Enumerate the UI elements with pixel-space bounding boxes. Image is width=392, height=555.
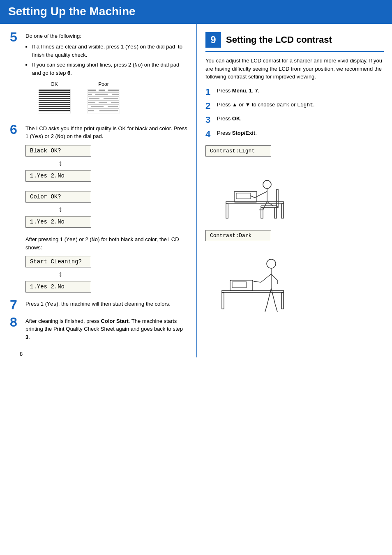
step-6-content: The LCD asks you if the print quality is… [25, 124, 188, 294]
svg-rect-23 [88, 100, 119, 101]
svg-rect-8 [39, 104, 70, 105]
svg-rect-4 [39, 96, 70, 97]
quality-ok-label: OK [38, 81, 71, 87]
step-5-bullets: If all lines are clear and visible, pres… [25, 43, 188, 77]
step-8-number: 8 [10, 315, 25, 329]
svg-rect-13 [88, 90, 96, 91]
section-9-steps: 1 Press Menu, 1, 7. 2 Press ▲ or ▼ to ch… [205, 87, 384, 140]
start-cleaning-sequence: Start Cleaning? ↕ 1.Yes 2.No [25, 254, 188, 294]
step-7: 7 Press 1 (Yes), the machine will then s… [10, 300, 188, 311]
lcd-yes-no-2: 1.Yes 2.No [25, 216, 91, 228]
print-poor-image [87, 89, 120, 113]
right-column: 9 Setting the LCD contrast You can adjus… [197, 24, 392, 357]
step-5-content: Do one of the following: If all lines ar… [25, 32, 188, 119]
svg-rect-6 [39, 100, 70, 101]
svg-rect-1 [39, 90, 70, 91]
section-9-number: 9 [205, 32, 221, 48]
step-8-content: After cleaning is finished, press Color … [25, 317, 188, 344]
arrow-2: ↕ [25, 205, 95, 214]
svg-rect-16 [88, 92, 119, 93]
svg-rect-22 [104, 98, 118, 99]
svg-rect-3 [39, 94, 70, 95]
svg-point-42 [263, 180, 271, 189]
lcd-contrast-light: Contrast:Light [205, 145, 271, 157]
svg-rect-30 [88, 108, 119, 109]
quality-ok: OK [38, 81, 71, 115]
step-7-number: 7 [10, 298, 25, 311]
svg-point-54 [267, 259, 276, 268]
step-5-bullet-2: If you can see missing short lines, pres… [25, 61, 188, 77]
step-8-text: After cleaning is finished, press Color … [25, 317, 188, 341]
page-number: 8 [10, 351, 392, 361]
svg-rect-28 [91, 106, 104, 107]
svg-rect-40 [261, 208, 263, 218]
svg-rect-29 [108, 106, 118, 107]
section-9-step-1-number: 1 [205, 87, 217, 97]
svg-line-61 [265, 305, 267, 312]
svg-line-60 [267, 288, 271, 305]
contrast-light-section: Contrast:Light [205, 144, 384, 224]
svg-rect-25 [99, 102, 107, 103]
section-9-step-4: 4 Press Stop/Exit. [205, 129, 384, 140]
svg-rect-53 [232, 282, 247, 288]
color-ok-sequence: Color OK? ↕ 1.Yes 2.No [25, 189, 188, 229]
svg-line-58 [271, 274, 277, 280]
person-light-figure [214, 161, 296, 224]
step-5-intro: Do one of the following: [25, 32, 188, 40]
section-9-step-1-content: Press Menu, 1, 7. [217, 87, 384, 97]
left-column: 5 Do one of the following: If all lines … [0, 24, 197, 357]
section-9-step-3-number: 3 [205, 115, 217, 125]
step-6-number: 6 [10, 123, 25, 136]
svg-rect-21 [89, 98, 99, 99]
section-9-header: 9 Setting the LCD contrast [205, 32, 384, 52]
arrow-1: ↕ [25, 159, 95, 168]
person-dark-figure [214, 245, 296, 317]
section-9-intro: You can adjust the LCD conrast for a sha… [205, 57, 384, 81]
svg-line-56 [261, 274, 271, 282]
section-9-step-4-content: Press Stop/Exit. [217, 129, 384, 140]
lcd-black-ok: Black OK? [25, 145, 91, 157]
svg-rect-10 [39, 108, 70, 109]
svg-rect-35 [281, 204, 284, 218]
section-9-step-3-content: Press OK. [217, 115, 384, 125]
contrast-dark-section: Contrast:Dark [205, 228, 384, 317]
section-9-step-2-number: 2 [205, 101, 217, 111]
svg-rect-11 [39, 110, 70, 111]
svg-line-62 [271, 288, 275, 305]
svg-rect-5 [39, 98, 70, 99]
black-ok-sequence: Black OK? ↕ 1.Yes 2.No [25, 143, 188, 183]
lcd-yes-no-1: 1.Yes 2.No [25, 170, 91, 182]
arrow-3: ↕ [25, 270, 95, 279]
section-9-step-2: 2 Press ▲ or ▼ to choose Dark or Light. [205, 101, 384, 112]
svg-rect-27 [88, 104, 119, 105]
svg-rect-9 [39, 106, 70, 107]
svg-rect-41 [274, 208, 277, 218]
svg-rect-38 [261, 206, 277, 207]
svg-rect-32 [99, 110, 118, 111]
step-7-content: Press 1 (Yes), the machine will then sta… [25, 300, 188, 311]
svg-rect-19 [112, 94, 119, 95]
svg-rect-14 [99, 90, 105, 91]
quality-comparison: OK [38, 81, 188, 115]
svg-rect-37 [236, 193, 251, 199]
step-8: 8 After cleaning is finished, press Colo… [10, 317, 188, 344]
step-5-bullet-1: If all lines are clear and visible, pres… [25, 43, 188, 59]
step-6-text: The LCD asks you if the print quality is… [25, 124, 188, 141]
step-6: 6 The LCD asks you if the print quality … [10, 124, 188, 294]
section-9-step-4-number: 4 [205, 129, 217, 140]
section-9-step-3: 3 Press OK. [205, 115, 384, 125]
svg-rect-34 [226, 204, 228, 218]
svg-rect-31 [88, 110, 94, 111]
svg-line-63 [275, 305, 277, 312]
svg-rect-15 [108, 90, 119, 91]
lcd-contrast-dark: Contrast:Dark [205, 230, 271, 241]
quality-poor: Poor [87, 81, 120, 115]
svg-rect-39 [277, 189, 278, 207]
svg-rect-20 [88, 96, 119, 97]
lcd-color-ok: Color OK? [25, 191, 91, 203]
svg-rect-26 [111, 102, 119, 103]
page-title: Setting Up the Machine [8, 5, 384, 18]
step-6-after-text: After pressing 1 (Yes) or 2 (No) for bot… [25, 235, 188, 252]
section-9-step-2-content: Press ▲ or ▼ to choose Dark or Light. [217, 101, 384, 112]
svg-rect-7 [39, 102, 70, 103]
